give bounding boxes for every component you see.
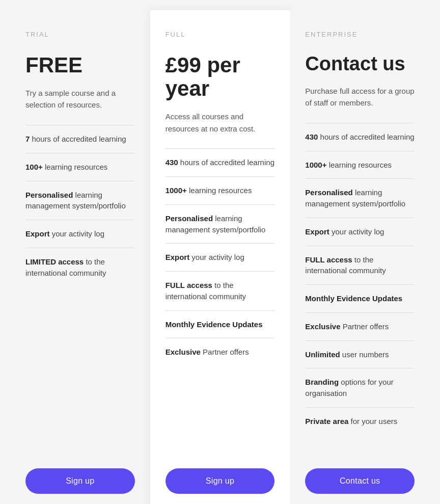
feature-text-enterprise-0: hours of accredited learning [318,132,414,141]
plan-description-trial: Try a sample course and a selection of r… [25,87,135,113]
feature-row-trial-4: LIMITED access to the international comm… [25,248,135,287]
feature-text-full-1: learning resources [187,186,252,195]
feature-bold-enterprise-9: Private area [305,417,348,426]
feature-bold-full-5: Monthly Evidence Updates [166,320,263,329]
feature-text-trial-3: your activity log [50,229,105,238]
plan-description-full: Access all courses and resources at no e… [166,111,275,136]
feature-bold-enterprise-1: 1000+ [305,161,326,169]
cta-button-trial[interactable]: Sign up [25,468,135,494]
plan-column-full: FULL£99 per yearAccess all courses and r… [150,10,290,504]
feature-bold-enterprise-3: Export [305,227,329,236]
feature-text-full-0: hours of accredited learning [178,158,274,167]
feature-bold-enterprise-2: Personalised [305,188,352,197]
feature-row-trial-1: 100+ learning resources [25,153,135,181]
feature-text-trial-1: learning resources [43,163,108,171]
feature-text-enterprise-7: user numbers [340,350,389,359]
feature-text-enterprise-1: learning resources [326,161,392,169]
plan-column-trial: TRIALFREETry a sample course and a selec… [10,10,150,504]
plan-price-trial: FREE [25,54,135,77]
feature-bold-enterprise-4: FULL access [305,255,352,264]
feature-row-enterprise-5: Monthly Evidence Updates [305,284,415,312]
feature-row-trial-0: 7 hours of accredited learning [25,125,135,153]
feature-text-enterprise-6: Partner offers [341,322,389,331]
plan-description-enterprise: Purchase full access for a group of staf… [305,85,415,111]
feature-row-full-6: Exclusive Partner offers [166,338,275,366]
feature-bold-full-0: 430 [166,158,178,167]
feature-row-full-0: 430 hours of accredited learning [166,148,275,176]
feature-bold-full-6: Exclusive [166,348,201,356]
feature-text-full-6: Partner offers [201,348,249,356]
feature-bold-enterprise-0: 430 [305,132,318,141]
feature-bold-full-1: 1000+ [166,186,187,195]
plan-price-full: £99 per year [166,54,275,100]
feature-bold-enterprise-8: Branding [305,378,339,386]
feature-row-full-3: Export your activity log [166,243,275,271]
feature-bold-enterprise-7: Unlimited [305,350,340,359]
pricing-container: TRIALFREETry a sample course and a selec… [10,10,430,504]
feature-bold-enterprise-5: Monthly Evidence Updates [305,294,402,303]
feature-text-full-3: your activity log [189,253,244,261]
feature-bold-full-2: Personalised [166,214,213,223]
feature-bold-trial-4: LIMITED access [25,257,84,266]
feature-row-enterprise-2: Personalised learning management system/… [305,178,415,218]
feature-row-enterprise-4: FULL access to the international communi… [305,246,415,285]
feature-row-enterprise-0: 430 hours of accredited learning [305,123,415,151]
feature-row-full-1: 1000+ learning resources [166,176,275,204]
feature-row-trial-2: Personalised learning management system/… [25,181,135,220]
plan-label-enterprise: ENTERPRISE [305,31,415,38]
feature-row-full-5: Monthly Evidence Updates [166,310,275,338]
cta-button-enterprise[interactable]: Contact us [305,468,415,494]
plan-column-enterprise: ENTERPRISEContact usPurchase full access… [290,10,430,504]
feature-row-enterprise-1: 1000+ learning resources [305,151,415,179]
plan-price-enterprise: Contact us [305,54,415,75]
feature-row-enterprise-9: Private area for your users [305,407,415,435]
feature-row-enterprise-7: Unlimited user numbers [305,340,415,368]
feature-text-enterprise-9: for your users [348,417,397,426]
feature-text-enterprise-3: your activity log [329,227,384,236]
feature-row-enterprise-6: Exclusive Partner offers [305,312,415,340]
plan-label-trial: TRIAL [25,31,135,38]
feature-bold-enterprise-6: Exclusive [305,322,340,331]
feature-row-full-2: Personalised learning management system/… [166,204,275,244]
feature-bold-trial-1: 100+ [25,163,43,171]
plan-label-full: FULL [166,31,275,38]
feature-bold-full-4: FULL access [166,281,212,289]
feature-bold-trial-2: Personalised [25,191,73,199]
cta-button-full[interactable]: Sign up [166,468,275,494]
feature-row-enterprise-8: Branding options for your organisation [305,368,415,407]
feature-bold-full-3: Export [166,253,190,261]
feature-row-trial-3: Export your activity log [25,220,135,248]
feature-row-enterprise-3: Export your activity log [305,218,415,246]
feature-bold-trial-3: Export [25,229,50,238]
feature-row-full-4: FULL access to the international communi… [166,271,275,310]
feature-text-trial-0: hours of accredited learning [30,135,126,143]
